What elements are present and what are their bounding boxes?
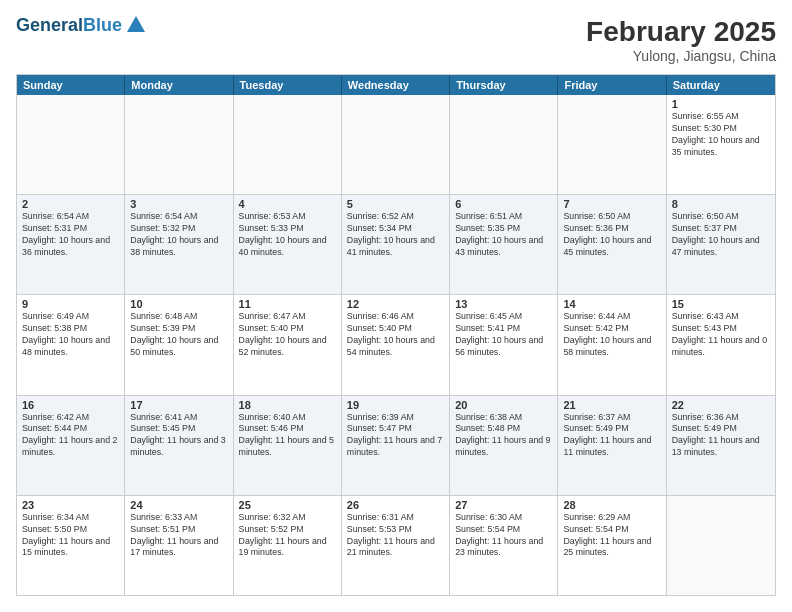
day-info: Sunrise: 6:41 AM Sunset: 5:45 PM Dayligh… xyxy=(130,412,227,460)
calendar-body: 1Sunrise: 6:55 AM Sunset: 5:30 PM Daylig… xyxy=(17,95,775,595)
day-info: Sunrise: 6:39 AM Sunset: 5:47 PM Dayligh… xyxy=(347,412,444,460)
day-number: 26 xyxy=(347,499,444,511)
day-info: Sunrise: 6:47 AM Sunset: 5:40 PM Dayligh… xyxy=(239,311,336,359)
day-number: 18 xyxy=(239,399,336,411)
day-info: Sunrise: 6:45 AM Sunset: 5:41 PM Dayligh… xyxy=(455,311,552,359)
day-number: 20 xyxy=(455,399,552,411)
day-info: Sunrise: 6:29 AM Sunset: 5:54 PM Dayligh… xyxy=(563,512,660,560)
day-info: Sunrise: 6:33 AM Sunset: 5:51 PM Dayligh… xyxy=(130,512,227,560)
calendar-cell: 17Sunrise: 6:41 AM Sunset: 5:45 PM Dayli… xyxy=(125,396,233,495)
calendar-cell: 6Sunrise: 6:51 AM Sunset: 5:35 PM Daylig… xyxy=(450,195,558,294)
calendar: SundayMondayTuesdayWednesdayThursdayFrid… xyxy=(16,74,776,596)
svg-marker-0 xyxy=(127,16,145,32)
calendar-cell: 12Sunrise: 6:46 AM Sunset: 5:40 PM Dayli… xyxy=(342,295,450,394)
calendar-cell xyxy=(125,95,233,194)
calendar-cell: 19Sunrise: 6:39 AM Sunset: 5:47 PM Dayli… xyxy=(342,396,450,495)
day-number: 25 xyxy=(239,499,336,511)
calendar-cell xyxy=(450,95,558,194)
day-number: 1 xyxy=(672,98,770,110)
day-info: Sunrise: 6:52 AM Sunset: 5:34 PM Dayligh… xyxy=(347,211,444,259)
calendar-cell: 16Sunrise: 6:42 AM Sunset: 5:44 PM Dayli… xyxy=(17,396,125,495)
calendar-cell: 9Sunrise: 6:49 AM Sunset: 5:38 PM Daylig… xyxy=(17,295,125,394)
header-cell-sunday: Sunday xyxy=(17,75,125,95)
calendar-cell: 15Sunrise: 6:43 AM Sunset: 5:43 PM Dayli… xyxy=(667,295,775,394)
subtitle: Yulong, Jiangsu, China xyxy=(586,48,776,64)
day-info: Sunrise: 6:32 AM Sunset: 5:52 PM Dayligh… xyxy=(239,512,336,560)
day-info: Sunrise: 6:46 AM Sunset: 5:40 PM Dayligh… xyxy=(347,311,444,359)
calendar-cell: 22Sunrise: 6:36 AM Sunset: 5:49 PM Dayli… xyxy=(667,396,775,495)
day-info: Sunrise: 6:38 AM Sunset: 5:48 PM Dayligh… xyxy=(455,412,552,460)
calendar-row-3: 9Sunrise: 6:49 AM Sunset: 5:38 PM Daylig… xyxy=(17,295,775,395)
day-number: 22 xyxy=(672,399,770,411)
day-info: Sunrise: 6:42 AM Sunset: 5:44 PM Dayligh… xyxy=(22,412,119,460)
calendar-cell: 24Sunrise: 6:33 AM Sunset: 5:51 PM Dayli… xyxy=(125,496,233,595)
calendar-cell xyxy=(558,95,666,194)
day-number: 14 xyxy=(563,298,660,310)
calendar-cell: 5Sunrise: 6:52 AM Sunset: 5:34 PM Daylig… xyxy=(342,195,450,294)
calendar-cell: 27Sunrise: 6:30 AM Sunset: 5:54 PM Dayli… xyxy=(450,496,558,595)
calendar-cell: 18Sunrise: 6:40 AM Sunset: 5:46 PM Dayli… xyxy=(234,396,342,495)
day-number: 8 xyxy=(672,198,770,210)
calendar-cell: 8Sunrise: 6:50 AM Sunset: 5:37 PM Daylig… xyxy=(667,195,775,294)
day-number: 3 xyxy=(130,198,227,210)
day-number: 12 xyxy=(347,298,444,310)
calendar-cell xyxy=(234,95,342,194)
calendar-row-1: 1Sunrise: 6:55 AM Sunset: 5:30 PM Daylig… xyxy=(17,95,775,195)
day-number: 15 xyxy=(672,298,770,310)
title-section: February 2025 Yulong, Jiangsu, China xyxy=(586,16,776,64)
day-number: 4 xyxy=(239,198,336,210)
day-info: Sunrise: 6:54 AM Sunset: 5:32 PM Dayligh… xyxy=(130,211,227,259)
day-info: Sunrise: 6:43 AM Sunset: 5:43 PM Dayligh… xyxy=(672,311,770,359)
day-info: Sunrise: 6:50 AM Sunset: 5:37 PM Dayligh… xyxy=(672,211,770,259)
header-cell-monday: Monday xyxy=(125,75,233,95)
calendar-cell: 13Sunrise: 6:45 AM Sunset: 5:41 PM Dayli… xyxy=(450,295,558,394)
day-number: 21 xyxy=(563,399,660,411)
calendar-cell xyxy=(17,95,125,194)
day-info: Sunrise: 6:54 AM Sunset: 5:31 PM Dayligh… xyxy=(22,211,119,259)
day-number: 16 xyxy=(22,399,119,411)
day-number: 6 xyxy=(455,198,552,210)
day-info: Sunrise: 6:31 AM Sunset: 5:53 PM Dayligh… xyxy=(347,512,444,560)
day-info: Sunrise: 6:50 AM Sunset: 5:36 PM Dayligh… xyxy=(563,211,660,259)
calendar-cell: 1Sunrise: 6:55 AM Sunset: 5:30 PM Daylig… xyxy=(667,95,775,194)
day-info: Sunrise: 6:40 AM Sunset: 5:46 PM Dayligh… xyxy=(239,412,336,460)
calendar-cell: 26Sunrise: 6:31 AM Sunset: 5:53 PM Dayli… xyxy=(342,496,450,595)
day-number: 27 xyxy=(455,499,552,511)
calendar-cell: 2Sunrise: 6:54 AM Sunset: 5:31 PM Daylig… xyxy=(17,195,125,294)
calendar-cell: 4Sunrise: 6:53 AM Sunset: 5:33 PM Daylig… xyxy=(234,195,342,294)
day-info: Sunrise: 6:48 AM Sunset: 5:39 PM Dayligh… xyxy=(130,311,227,359)
logo-text: GeneralBlue xyxy=(16,16,122,36)
calendar-cell: 11Sunrise: 6:47 AM Sunset: 5:40 PM Dayli… xyxy=(234,295,342,394)
calendar-cell: 28Sunrise: 6:29 AM Sunset: 5:54 PM Dayli… xyxy=(558,496,666,595)
calendar-cell: 25Sunrise: 6:32 AM Sunset: 5:52 PM Dayli… xyxy=(234,496,342,595)
day-info: Sunrise: 6:44 AM Sunset: 5:42 PM Dayligh… xyxy=(563,311,660,359)
calendar-cell: 20Sunrise: 6:38 AM Sunset: 5:48 PM Dayli… xyxy=(450,396,558,495)
header-cell-tuesday: Tuesday xyxy=(234,75,342,95)
header-cell-wednesday: Wednesday xyxy=(342,75,450,95)
day-number: 10 xyxy=(130,298,227,310)
header-cell-thursday: Thursday xyxy=(450,75,558,95)
main-title: February 2025 xyxy=(586,16,776,48)
day-info: Sunrise: 6:51 AM Sunset: 5:35 PM Dayligh… xyxy=(455,211,552,259)
day-info: Sunrise: 6:34 AM Sunset: 5:50 PM Dayligh… xyxy=(22,512,119,560)
calendar-cell: 21Sunrise: 6:37 AM Sunset: 5:49 PM Dayli… xyxy=(558,396,666,495)
logo-icon xyxy=(125,14,147,36)
calendar-cell: 10Sunrise: 6:48 AM Sunset: 5:39 PM Dayli… xyxy=(125,295,233,394)
calendar-row-2: 2Sunrise: 6:54 AM Sunset: 5:31 PM Daylig… xyxy=(17,195,775,295)
logo: GeneralBlue xyxy=(16,16,147,36)
day-number: 17 xyxy=(130,399,227,411)
calendar-row-4: 16Sunrise: 6:42 AM Sunset: 5:44 PM Dayli… xyxy=(17,396,775,496)
calendar-cell xyxy=(342,95,450,194)
day-number: 9 xyxy=(22,298,119,310)
day-number: 23 xyxy=(22,499,119,511)
day-info: Sunrise: 6:53 AM Sunset: 5:33 PM Dayligh… xyxy=(239,211,336,259)
day-number: 19 xyxy=(347,399,444,411)
day-number: 7 xyxy=(563,198,660,210)
header: GeneralBlue February 2025 Yulong, Jiangs… xyxy=(16,16,776,64)
calendar-header: SundayMondayTuesdayWednesdayThursdayFrid… xyxy=(17,75,775,95)
calendar-cell: 23Sunrise: 6:34 AM Sunset: 5:50 PM Dayli… xyxy=(17,496,125,595)
calendar-cell: 7Sunrise: 6:50 AM Sunset: 5:36 PM Daylig… xyxy=(558,195,666,294)
header-cell-saturday: Saturday xyxy=(667,75,775,95)
day-info: Sunrise: 6:30 AM Sunset: 5:54 PM Dayligh… xyxy=(455,512,552,560)
day-number: 2 xyxy=(22,198,119,210)
